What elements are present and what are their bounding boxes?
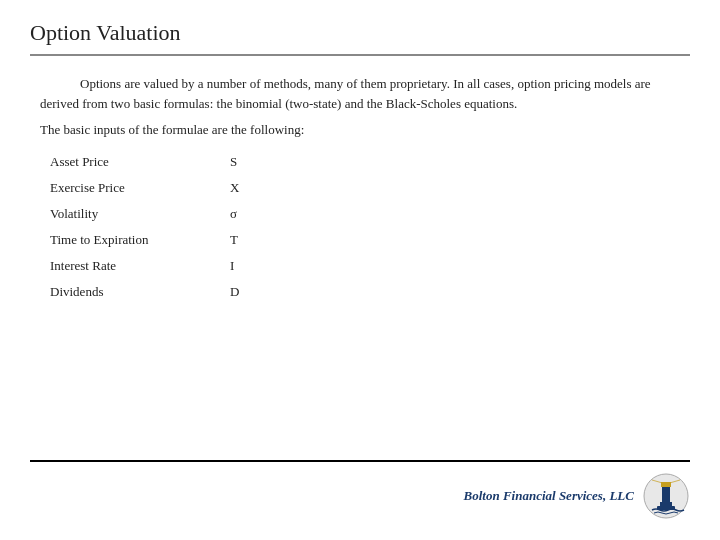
page-container: Option Valuation Options are valued by a…	[0, 0, 720, 540]
intro-paragraph: Options are valued by a number of method…	[40, 74, 680, 114]
table-row: Volatilityσ	[50, 206, 680, 222]
input-symbol: I	[230, 258, 234, 274]
svg-rect-1	[662, 486, 670, 504]
input-symbol: S	[230, 154, 237, 170]
table-row: DividendsD	[50, 284, 680, 300]
input-label: Time to Expiration	[50, 232, 210, 248]
input-symbol: T	[230, 232, 238, 248]
input-symbol: X	[230, 180, 239, 196]
input-label: Asset Price	[50, 154, 210, 170]
content-area: Options are valued by a number of method…	[30, 74, 690, 460]
input-label: Volatility	[50, 206, 210, 222]
basic-inputs-label: The basic inputs of the formulae are the…	[40, 120, 680, 140]
company-logo-icon	[642, 472, 690, 520]
table-row: Time to ExpirationT	[50, 232, 680, 248]
inputs-table: Asset PriceSExercise PriceXVolatilityσTi…	[50, 154, 680, 300]
input-label: Exercise Price	[50, 180, 210, 196]
page-title: Option Valuation	[30, 20, 690, 56]
footer: Bolton Financial Services, LLC	[30, 460, 690, 520]
footer-logo-area: Bolton Financial Services, LLC	[464, 472, 690, 520]
input-label: Interest Rate	[50, 258, 210, 274]
company-name: Bolton Financial Services, LLC	[464, 488, 634, 504]
table-row: Exercise PriceX	[50, 180, 680, 196]
input-symbol: D	[230, 284, 239, 300]
table-row: Asset PriceS	[50, 154, 680, 170]
svg-rect-2	[660, 502, 672, 506]
table-row: Interest RateI	[50, 258, 680, 274]
input-label: Dividends	[50, 284, 210, 300]
input-symbol: σ	[230, 206, 237, 222]
